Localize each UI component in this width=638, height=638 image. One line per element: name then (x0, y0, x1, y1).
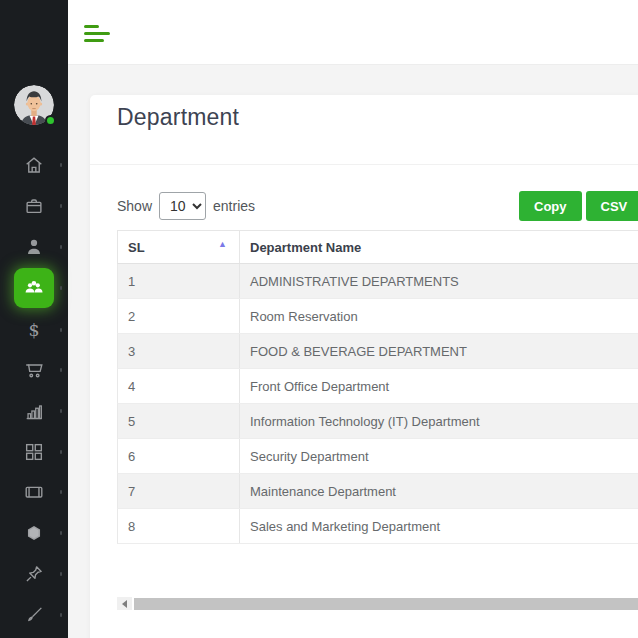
cell-sl: 5 (118, 404, 240, 438)
online-status-dot (45, 115, 56, 126)
scroll-left-button[interactable] (117, 597, 132, 610)
sidebar-item-reports[interactable] (14, 391, 54, 431)
sidebar-toggle-button[interactable] (84, 25, 112, 46)
home-icon (23, 154, 45, 176)
column-header-department-name[interactable]: Department Name (240, 231, 638, 263)
csv-button[interactable]: CSV (586, 191, 638, 221)
sidebar: $ (0, 0, 68, 638)
dollar-icon: $ (23, 319, 45, 341)
hamburger-icon (84, 25, 99, 28)
table-row: 1 ADMINISTRATIVE DEPARTMENTS (117, 264, 638, 299)
cell-department-name: Sales and Marketing Department (240, 509, 638, 543)
cell-department-name: Security Department (240, 439, 638, 473)
table-row: 6 Security Department (117, 439, 638, 474)
table-header-row: SL ▲ Department Name (117, 230, 638, 264)
hexagon-icon (23, 522, 45, 544)
user-icon (23, 236, 45, 258)
cell-department-name: FOOD & BEVERAGE DEPARTMENT (240, 334, 638, 368)
cell-department-name: Front Office Department (240, 369, 638, 403)
scrollbar-thumb[interactable] (134, 598, 638, 610)
copy-button[interactable]: Copy (519, 191, 582, 221)
cell-sl: 1 (118, 264, 240, 298)
cell-sl: 3 (118, 334, 240, 368)
sidebar-item-display[interactable] (14, 472, 54, 512)
cell-department-name: Information Technology (IT) Department (240, 404, 638, 438)
table-row: 4 Front Office Department (117, 369, 638, 404)
monitor-icon (23, 481, 45, 503)
bar-chart-icon (23, 400, 45, 422)
sidebar-item-payments[interactable]: $ (14, 310, 54, 350)
column-header-sl[interactable]: SL ▲ (118, 231, 240, 263)
divider (90, 164, 638, 165)
avatar[interactable] (14, 85, 54, 125)
pin-icon (23, 563, 45, 585)
sidebar-item-packages[interactable] (14, 513, 54, 553)
cart-icon (23, 359, 45, 381)
cell-sl: 7 (118, 474, 240, 508)
sidebar-item-departments[interactable] (14, 268, 54, 308)
export-buttons: Copy CSV (519, 191, 638, 221)
department-card: Department Show 10 entries Copy CSV SL ▲… (90, 95, 638, 638)
table-length-control: Show 10 entries (117, 191, 255, 220)
sidebar-item-home[interactable] (14, 145, 54, 185)
cell-sl: 6 (118, 439, 240, 473)
table-row: 8 Sales and Marketing Department (117, 509, 638, 544)
svg-text:$: $ (28, 320, 39, 340)
sidebar-item-orders[interactable] (14, 350, 54, 390)
sidebar-item-customize[interactable] (14, 595, 54, 635)
horizontal-scrollbar (117, 597, 638, 610)
sidebar-item-user[interactable] (14, 227, 54, 267)
cell-sl: 2 (118, 299, 240, 333)
show-label: Show (117, 198, 152, 214)
cell-department-name: Maintenance Department (240, 474, 638, 508)
page-title: Department (117, 104, 239, 131)
table-row: 2 Room Reservation (117, 299, 638, 334)
briefcase-icon (23, 195, 45, 217)
department-table: SL ▲ Department Name 1 ADMINISTRATIVE DE… (117, 230, 638, 544)
table-row: 5 Information Technology (IT) Department (117, 404, 638, 439)
cell-sl: 4 (118, 369, 240, 403)
cell-department-name: ADMINISTRATIVE DEPARTMENTS (240, 264, 638, 298)
entries-select[interactable]: 10 (159, 192, 206, 220)
table-row: 3 FOOD & BEVERAGE DEPARTMENT (117, 334, 638, 369)
table-row: 7 Maintenance Department (117, 474, 638, 509)
cell-department-name: Room Reservation (240, 299, 638, 333)
users-icon (22, 276, 46, 300)
sidebar-item-bookings[interactable] (14, 186, 54, 226)
entries-label: entries (213, 198, 255, 214)
brush-icon (23, 604, 45, 626)
grid-icon (23, 441, 45, 463)
cell-sl: 8 (118, 509, 240, 543)
sort-asc-icon: ▲ (218, 240, 227, 249)
sidebar-item-pinned[interactable] (14, 554, 54, 594)
sidebar-item-modules[interactable] (14, 432, 54, 472)
topbar (68, 0, 638, 65)
